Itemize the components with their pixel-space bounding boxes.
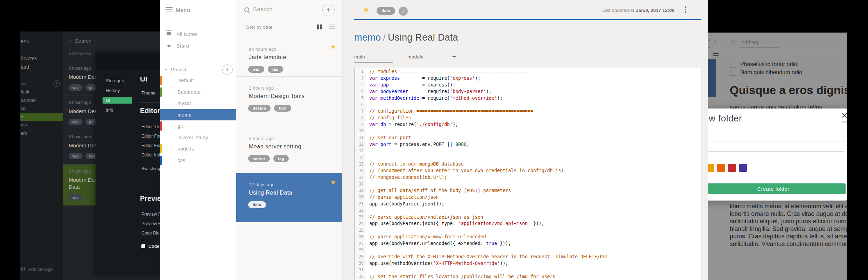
kebab-menu-icon[interactable] (685, 6, 686, 14)
folder-item[interactable]: sql (20, 104, 63, 113)
settings-panel-header (96, 53, 160, 69)
color-swatch[interactable] (728, 164, 736, 172)
settings-item[interactable]: Switching (141, 164, 160, 173)
settings-nav-hotkey[interactable]: Hotkey (96, 85, 138, 95)
star-toggle-icon[interactable]: ★ (363, 5, 370, 14)
code-line: 19// get all data/stuff of the body (POS… (355, 187, 701, 194)
breadcrumb-folder[interactable]: memo (354, 32, 381, 43)
tag-badge: design (248, 105, 271, 112)
settings-item[interactable]: Editor Ind (141, 150, 160, 160)
note-title: Mean server setting (249, 144, 301, 150)
code-editor[interactable]: 1// modules ============================… (354, 68, 701, 280)
hamburger-menu-icon[interactable] (166, 7, 173, 14)
line-number: 5 (355, 95, 366, 102)
note-card[interactable]: 2 hours agoModern Design Toolsdesigntool (236, 77, 342, 127)
last-updated-text: Last updated atJan.9, 2017 12:00 (602, 8, 674, 13)
project-section-label[interactable]: ▼ Project (164, 67, 187, 72)
color-swatch[interactable] (717, 164, 725, 172)
line-number: 13 (355, 148, 366, 154)
code-line: 12var port = process.env.PORT || 8080; (355, 141, 701, 148)
dark-add-storage[interactable]: ⛁ Add storage (21, 266, 53, 272)
tag-badge: wip (69, 153, 83, 159)
code-line: 2var express = require('express'); (355, 75, 701, 82)
settings-item[interactable]: Preview F (141, 219, 160, 228)
search-input[interactable]: Search (253, 6, 273, 13)
note-card[interactable]: an hours ago★Jade templatewiptag (236, 38, 342, 76)
note-card[interactable]: 3 hours agoMean server settingservertag (236, 127, 342, 173)
esc-hint: esc (839, 120, 847, 124)
code-line: 23// parse application/vnd.api+json as j… (355, 214, 701, 220)
folder-item[interactable]: ers (20, 129, 63, 138)
menu-label[interactable]: Menu (176, 7, 190, 13)
sidebar-folder-Default[interactable]: Default (160, 75, 236, 86)
folder-item[interactable]: mo (20, 121, 63, 129)
sidebar-folder-git[interactable]: git (160, 120, 236, 132)
code-line: 1// modules ============================… (355, 68, 701, 75)
close-icon[interactable]: ✕ (839, 111, 847, 120)
dialog-close[interactable]: ✕ esc (839, 111, 847, 124)
sidebar-folder-css[interactable]: css (160, 155, 236, 166)
dark-add-folder-button[interactable]: + (53, 80, 60, 87)
code-line: 16// (uncomment after you enter in your … (355, 167, 701, 174)
star-icon[interactable]: ★ (330, 43, 336, 51)
main-window: Menu All Notes ★ Stard ▼ Project + Defau… (160, 0, 708, 280)
checkbox-icon[interactable] (141, 244, 145, 248)
grid-view-icon[interactable] (317, 24, 322, 29)
divider (139, 102, 160, 103)
sidebar-folder-memo[interactable]: memo (160, 109, 236, 121)
sort-by-dropdown[interactable]: Sort by date (246, 24, 273, 30)
settings-preview-items: Preview FPreview FCode Blo (141, 209, 160, 238)
sidebar-folder-mysql[interactable]: mysql (160, 98, 236, 109)
settings-item[interactable]: Editor Th (141, 122, 160, 131)
code-line: 22 (355, 207, 701, 214)
color-swatch[interactable] (739, 164, 747, 172)
folder-item[interactable]: fault (20, 88, 63, 96)
dark-project-label[interactable]: ject (21, 81, 28, 86)
note-card[interactable]: 12 days ago★Using Real Datadata (236, 173, 342, 222)
dark-starred[interactable]: tard (21, 64, 29, 70)
list-view-icon[interactable] (329, 24, 335, 30)
settings-theme-label: Theme (141, 90, 155, 96)
add-tag-button[interactable]: + (399, 7, 408, 16)
color-swatch[interactable] (708, 164, 714, 172)
settings-nav-storages[interactable]: Storages (96, 76, 138, 85)
folder-item[interactable]: e (20, 113, 63, 121)
folder-name-input[interactable] (708, 141, 845, 152)
dialog-title: w folder (709, 113, 742, 124)
note-tag-badge[interactable]: data (377, 7, 395, 15)
tab-module[interactable]: module (407, 54, 424, 59)
sidebar-folder-Boostnote[interactable]: Boostnote (160, 86, 236, 98)
settings-ui-heading: UI (140, 75, 147, 83)
sidebar-folder-nodeJs[interactable]: nodeJs (160, 143, 236, 155)
accent-divider (354, 19, 701, 20)
star-icon[interactable]: ★ (330, 178, 336, 186)
code-line: 28 (355, 247, 701, 253)
add-folder-button[interactable]: + (222, 64, 233, 75)
settings-item[interactable]: Editor For (141, 131, 160, 141)
tab-main[interactable]: main (354, 54, 365, 59)
folder-item[interactable]: ostnote (20, 96, 63, 105)
settings-item[interactable]: Editor For (141, 141, 160, 150)
note-time: 2 hours ago (249, 86, 274, 91)
code-line: 24app.use(bodyParser.json({ type: 'appli… (355, 220, 701, 227)
dark-all-notes[interactable]: ll Notes (21, 56, 37, 61)
settings-item[interactable]: Preview F (141, 209, 160, 219)
settings-nav-info[interactable]: Info (96, 105, 138, 115)
create-folder-button[interactable]: Create folder (708, 183, 846, 194)
sidebar-item-all-notes[interactable]: All Notes (160, 31, 198, 37)
sidebar-folder-laravel_study[interactable]: laravel_study (160, 132, 236, 144)
dark-folder-list: faultostnotesqlemoers (20, 88, 63, 137)
new-note-button[interactable]: + (322, 4, 335, 16)
settings-checkbox-row[interactable]: Code B (141, 241, 160, 251)
settings-item[interactable]: Code Blo (141, 228, 160, 238)
add-tab-button[interactable]: + (452, 53, 456, 61)
settings-nav-ui[interactable]: UI (96, 95, 138, 105)
sidebar-item-starred[interactable]: ★ Stard (160, 43, 189, 49)
search-icon: ⌕ (69, 38, 72, 44)
dark-search[interactable]: ⌕ Search (69, 38, 91, 44)
search-icon (244, 7, 249, 12)
line-number: 3 (355, 82, 366, 88)
code-line: 21app.use(bodyParser.json()); (355, 201, 701, 207)
dark-sort-label[interactable]: Sort by xxx (69, 51, 91, 56)
dark-menu-label[interactable]: enu (21, 38, 29, 44)
